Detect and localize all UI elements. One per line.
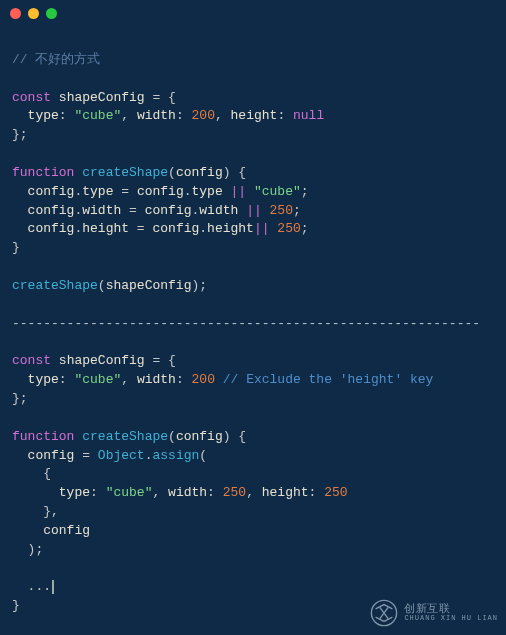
param-config: config	[176, 165, 223, 180]
var-shapeconfig: shapeConfig	[59, 353, 145, 368]
watermark: 创新互联 CHUANG XIN HU LIAN	[370, 599, 498, 627]
ident-config: config	[28, 448, 75, 463]
watermark-text-py: CHUANG XIN HU LIAN	[404, 615, 498, 622]
prop-type: type	[59, 485, 90, 500]
ident-config: config	[152, 221, 199, 236]
arg-shapeconfig: shapeConfig	[106, 278, 192, 293]
number-250: 250	[270, 203, 293, 218]
prop-width: width	[82, 203, 121, 218]
fn-createshape: createShape	[82, 429, 168, 444]
number-250: 250	[324, 485, 347, 500]
fn-createshape: createShape	[82, 165, 168, 180]
prop-height: height	[82, 221, 129, 236]
prop-height: height	[231, 108, 278, 123]
call-createshape: createShape	[12, 278, 98, 293]
op-or: ||	[254, 221, 270, 236]
prop-height: height	[207, 221, 254, 236]
ident-object: Object	[98, 448, 145, 463]
keyword-function: function	[12, 165, 74, 180]
ident-config: config	[137, 184, 184, 199]
number-200: 200	[192, 108, 215, 123]
minimize-icon[interactable]	[28, 8, 39, 19]
var-shapeconfig: shapeConfig	[59, 90, 145, 105]
string-cube: "cube"	[254, 184, 301, 199]
prop-type: type	[28, 108, 59, 123]
window-titlebar	[0, 0, 506, 26]
prop-type: type	[82, 184, 113, 199]
close-icon[interactable]	[10, 8, 21, 19]
prop-width: width	[137, 372, 176, 387]
prop-type: type	[28, 372, 59, 387]
param-config: config	[176, 429, 223, 444]
keyword-const: const	[12, 353, 51, 368]
separator-line: ----------------------------------------…	[12, 316, 480, 331]
op-or: ||	[231, 184, 247, 199]
ident-config: config	[28, 221, 75, 236]
prop-width: width	[199, 203, 238, 218]
keyword-function: function	[12, 429, 74, 444]
number-200: 200	[192, 372, 215, 387]
comment-line: // 不好的方式	[12, 52, 100, 67]
prop-width: width	[137, 108, 176, 123]
null-literal: null	[293, 108, 324, 123]
string-cube: "cube"	[74, 108, 121, 123]
code-block: // 不好的方式 const shapeConfig = { type: "cu…	[0, 26, 506, 635]
ident-config: config	[28, 184, 75, 199]
string-cube: "cube"	[74, 372, 121, 387]
number-250: 250	[223, 485, 246, 500]
ident-config: config	[43, 523, 90, 538]
comment-exclude: // Exclude the 'height' key	[223, 372, 434, 387]
string-cube: "cube"	[106, 485, 153, 500]
fn-assign: assign	[152, 448, 199, 463]
text-cursor-icon	[52, 580, 54, 594]
keyword-const: const	[12, 90, 51, 105]
ident-config: config	[28, 203, 75, 218]
ellipsis: ...	[28, 579, 51, 594]
ident-config: config	[145, 203, 192, 218]
number-250: 250	[277, 221, 300, 236]
zoom-icon[interactable]	[46, 8, 57, 19]
prop-height: height	[262, 485, 309, 500]
prop-type: type	[192, 184, 223, 199]
logo-icon	[370, 599, 398, 627]
prop-width: width	[168, 485, 207, 500]
op-or: ||	[246, 203, 262, 218]
